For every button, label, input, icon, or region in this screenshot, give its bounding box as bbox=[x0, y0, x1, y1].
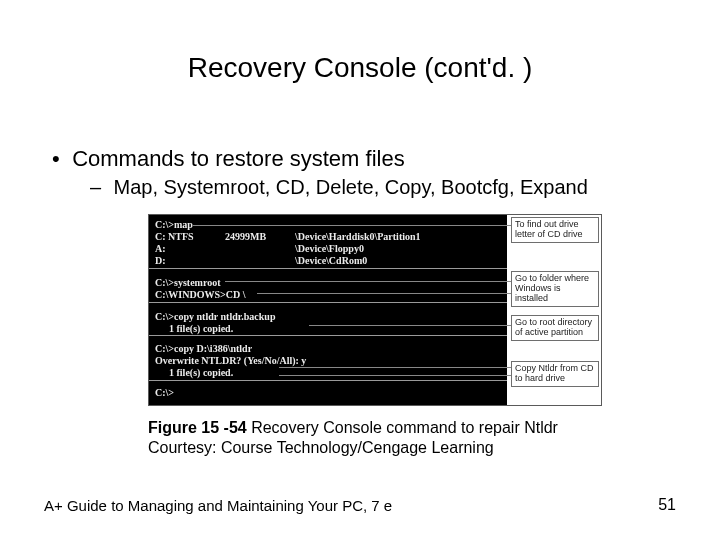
terminal-line: 1 file(s) copied. bbox=[169, 323, 233, 334]
callout-box: Go to root directory of active partition bbox=[511, 315, 599, 341]
bullet-level-2: – Map, Systemroot, CD, Delete, Copy, Boo… bbox=[90, 176, 588, 199]
terminal-screenshot: C:\>map C: NTFS 24999MB \Device\Harddisk… bbox=[149, 215, 507, 405]
bullet-marker: – bbox=[90, 176, 108, 199]
figure-container: C:\>map C: NTFS 24999MB \Device\Harddisk… bbox=[148, 214, 602, 406]
terminal-line: 1 file(s) copied. bbox=[169, 367, 233, 378]
terminal-line: C:\>copy ntldr ntldr.backup bbox=[155, 311, 275, 322]
divider-line bbox=[149, 268, 507, 269]
page-number: 51 bbox=[658, 496, 676, 514]
figure-caption: Figure 15 -54 Recovery Console command t… bbox=[148, 418, 588, 458]
terminal-line: C: NTFS bbox=[155, 231, 194, 242]
terminal-line: C:\WINDOWS>CD \ bbox=[155, 289, 245, 300]
terminal-line: C:\>systemroot bbox=[155, 277, 221, 288]
leader-line bbox=[279, 375, 511, 376]
bullet-marker: • bbox=[52, 146, 66, 172]
terminal-line: C:\> bbox=[155, 387, 174, 398]
terminal-line: Overwrite NTLDR? (Yes/No/All): y bbox=[155, 355, 306, 366]
terminal-line: C:\>copy D:\i386\ntldr bbox=[155, 343, 252, 354]
divider-line bbox=[149, 380, 507, 381]
terminal-line: C:\>map bbox=[155, 219, 193, 230]
terminal-line: \Device\Floppy0 bbox=[295, 243, 364, 254]
callout-box: Copy Ntldr from CD to hard drive bbox=[511, 361, 599, 387]
bullet-level-1: • Commands to restore system files bbox=[52, 146, 405, 172]
divider-line bbox=[149, 335, 507, 336]
bullet-text: Map, Systemroot, CD, Delete, Copy, Bootc… bbox=[114, 176, 588, 198]
callout-box: Go to folder where Windows is installed bbox=[511, 271, 599, 307]
callout-box: To find out drive letter of CD drive bbox=[511, 217, 599, 243]
figure-label: Figure 15 -54 bbox=[148, 419, 247, 436]
leader-line bbox=[193, 225, 511, 226]
slide: Recovery Console (cont'd. ) • Commands t… bbox=[0, 0, 720, 540]
terminal-line: \Device\Harddisk0\Partition1 bbox=[295, 231, 421, 242]
leader-line bbox=[279, 367, 511, 368]
terminal-line: A: bbox=[155, 243, 166, 254]
terminal-line: D: bbox=[155, 255, 166, 266]
footer-book-title: A+ Guide to Managing and Maintaining You… bbox=[44, 497, 392, 514]
terminal-line: 24999MB bbox=[225, 231, 266, 242]
divider-line bbox=[149, 302, 507, 303]
figure-credit: Courtesy: Course Technology/Cengage Lear… bbox=[148, 439, 494, 456]
terminal-line: \Device\CdRom0 bbox=[295, 255, 367, 266]
figure-caption-text: Recovery Console command to repair Ntldr bbox=[247, 419, 558, 436]
leader-line bbox=[257, 293, 511, 294]
slide-title: Recovery Console (cont'd. ) bbox=[0, 52, 720, 84]
bullet-text: Commands to restore system files bbox=[72, 146, 405, 171]
leader-line bbox=[225, 281, 511, 282]
leader-line bbox=[309, 325, 511, 326]
